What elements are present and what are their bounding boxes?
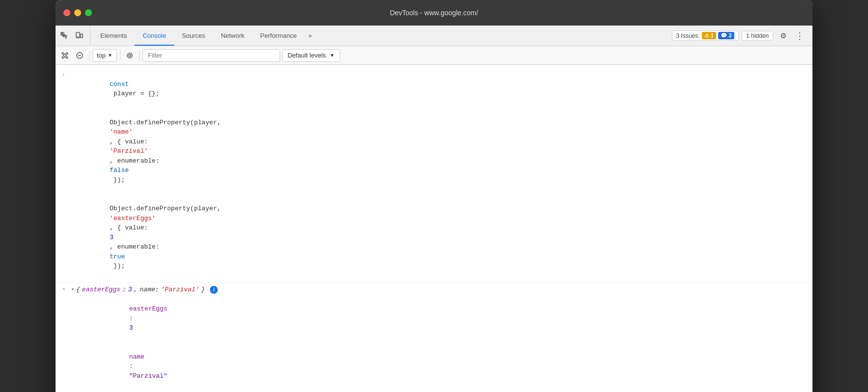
entry-gutter-2: ◂ — [56, 284, 71, 293]
console-toolbar: top ▼ Default levels ▼ — [56, 46, 812, 65]
tab-bar: Elements Console Sources Network Perform… — [56, 26, 812, 46]
inspect-element-button[interactable] — [58, 29, 71, 43]
object-italic-preview: { — [76, 285, 80, 295]
colon-1: : — [129, 315, 137, 322]
obj-comma: , — [134, 285, 138, 295]
code-text-7: , { value: — [110, 224, 152, 231]
tab-elements[interactable]: Elements — [92, 26, 135, 46]
code-text-9: }); — [110, 262, 125, 270]
context-selector[interactable]: top ▼ — [92, 49, 117, 62]
prototype-line: ▶ [[Prototype]]: Object — [83, 391, 809, 392]
more-tabs-button[interactable]: » — [305, 26, 316, 46]
code-text-4: , enumerable: — [110, 157, 163, 165]
window-controls — [63, 9, 92, 16]
toolbar-separator-2 — [120, 51, 120, 60]
close-button[interactable] — [63, 9, 70, 16]
issues-label: 3 Issues: — [676, 32, 700, 39]
keyword-false-1: false — [110, 167, 129, 174]
toolbar-separator-1 — [89, 51, 89, 60]
console-output-area: › const player = {}; Object.defineProper… — [56, 65, 812, 392]
colon-2: : — [129, 363, 137, 370]
console-entry-input: › const player = {}; Object.defineProper… — [56, 68, 812, 283]
val-3-preview: 3 — [128, 285, 132, 295]
info-badge: 💬 2 — [718, 32, 734, 39]
code-text-5: }); — [110, 176, 125, 184]
window-title: DevTools - www.google.com/ — [390, 9, 478, 17]
svg-marker-4 — [62, 53, 68, 58]
val-name: "Parzival" — [129, 372, 168, 380]
code-line-2: Object.defineProperty(player, 'name' , {… — [71, 108, 809, 195]
code-line-3: Object.defineProperty(player, 'easterEgg… — [71, 195, 809, 281]
warn-badge: ⚠ 1 — [702, 32, 716, 39]
string-name: 'name' — [110, 128, 133, 136]
obj-close: } — [201, 285, 205, 295]
object-header-line: ▾ { easterEggs : 3 , name: 'Parzival' } … — [71, 285, 809, 295]
tabbar-right-controls: 3 Issues: ⚠ 1 💬 2 1 hidden ⚙ ⋮ — [672, 26, 810, 46]
object-properties: easterEggs : 3 name : "Parzival" ▶ [[Pro… — [71, 295, 809, 392]
devtools-toolbar-icons — [58, 26, 90, 46]
filter-input[interactable] — [143, 49, 280, 62]
prop-eastereggs-line: easterEggs : 3 — [83, 295, 809, 343]
code-line-1: const player = {}; — [71, 70, 809, 108]
info-icon[interactable]: i — [210, 286, 218, 294]
more-options-button[interactable]: ⋮ — [793, 29, 807, 43]
string-parzival: 'Parzival' — [110, 147, 148, 155]
tab-network[interactable]: Network — [213, 26, 253, 46]
string-eastereggs: 'easterEggs' — [110, 215, 156, 222]
prop-eastereggs-preview: easterEggs — [82, 285, 120, 295]
key-name: name — [129, 353, 145, 361]
code-text-3: , { value: — [110, 138, 152, 145]
svg-point-7 — [127, 53, 132, 58]
live-expressions-button[interactable] — [123, 49, 136, 62]
tab-performance[interactable]: Performance — [252, 26, 304, 46]
entry-content-2: ▾ { easterEggs : 3 , name: 'Parzival' } … — [71, 284, 812, 392]
object-expand-arrow[interactable]: ▾ — [71, 286, 74, 293]
titlebar: DevTools - www.google.com/ — [56, 0, 812, 26]
code-text-2: Object.defineProperty(player, — [110, 119, 225, 126]
console-entry-output: ◂ ▾ { easterEggs : 3 , name: 'Parzival' … — [56, 283, 812, 392]
code-text-8: , enumerable: — [110, 243, 163, 251]
tab-console[interactable]: Console — [135, 26, 174, 46]
stop-button[interactable] — [73, 49, 86, 62]
hidden-count[interactable]: 1 hidden — [742, 31, 773, 41]
key-eastereggs: easterEggs — [129, 305, 168, 312]
svg-point-8 — [129, 55, 131, 56]
output-arrow: ◂ — [62, 285, 65, 293]
issues-badge[interactable]: 3 Issues: ⚠ 1 💬 2 — [672, 30, 739, 41]
svg-rect-2 — [81, 34, 83, 38]
clear-console-button[interactable] — [58, 49, 71, 62]
keyword-const: const — [110, 81, 129, 88]
prop-name-line: name : "Parzival" — [83, 342, 809, 391]
val-parzival-preview: 'Parzival' — [161, 285, 199, 295]
devtools-window: DevTools - www.google.com/ Elements — [56, 0, 812, 392]
entry-content-1: const player = {}; Object.defineProperty… — [71, 69, 812, 281]
expand-arrow-1[interactable]: › — [60, 70, 67, 80]
levels-dropdown-arrow: ▼ — [330, 53, 335, 58]
prop-name-preview: name: — [140, 285, 159, 295]
obj-colon-1: : — [122, 285, 126, 295]
keyword-true: true — [110, 253, 125, 260]
dropdown-arrow-icon: ▼ — [108, 53, 113, 58]
maximize-button[interactable] — [85, 9, 92, 16]
entry-gutter-1: › — [56, 69, 71, 80]
log-levels-selector[interactable]: Default levels ▼ — [282, 49, 340, 62]
settings-button[interactable]: ⚙ — [776, 29, 790, 43]
toolbar-separator-3 — [139, 51, 140, 60]
device-toolbar-button[interactable] — [72, 29, 86, 43]
val-3: 3 — [129, 324, 133, 332]
minimize-button[interactable] — [74, 9, 81, 16]
code-text-1: player = {}; — [110, 90, 159, 97]
code-text-6: Object.defineProperty(player, — [110, 205, 225, 212]
tab-sources[interactable]: Sources — [174, 26, 213, 46]
number-3-1: 3 — [110, 234, 114, 241]
